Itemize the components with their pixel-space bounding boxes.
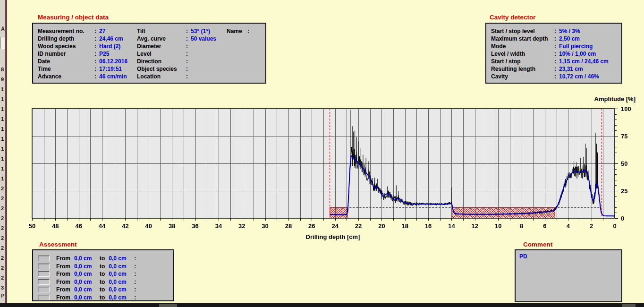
row-label: Level / width bbox=[491, 50, 554, 58]
strip-row-number: 1 bbox=[1, 86, 5, 92]
row-value: 23,31 cm bbox=[559, 65, 583, 73]
row-value: 50 values bbox=[191, 35, 216, 43]
row-colon: : bbox=[554, 58, 559, 65]
row-label: Wood species bbox=[38, 43, 94, 50]
measuring-left-column: Measurement no.:27Drilling depth:24,46 c… bbox=[38, 27, 127, 80]
row-value: Full piercing bbox=[559, 43, 593, 50]
data-row: Level: bbox=[137, 50, 216, 58]
from-value[interactable]: 0,0 cm bbox=[74, 255, 96, 262]
row-colon: : bbox=[186, 73, 191, 80]
row-value: 5% / 3% bbox=[559, 27, 580, 35]
measuring-data-panel: Measurement no.:27Drilling depth:24,46 c… bbox=[32, 23, 266, 84]
assessment-title: Assessment bbox=[39, 241, 77, 248]
cavity-detector-panel: Start / stop level:5% / 3%Maximum start … bbox=[485, 23, 622, 84]
row-label: Measurement no. bbox=[38, 27, 94, 35]
data-row: Resulting length:23,31 cm bbox=[491, 65, 609, 73]
from-label: From bbox=[56, 271, 70, 277]
row-label: Maximum start depth bbox=[491, 35, 554, 43]
data-row: Tilt:53° (1°) bbox=[137, 27, 216, 35]
row-label: Diameter bbox=[137, 43, 186, 50]
from-label: From bbox=[56, 279, 70, 285]
data-row: Cavity:10,72 cm / 46% bbox=[491, 73, 609, 80]
name-row: Name : bbox=[227, 27, 249, 35]
assessment-checkbox[interactable] bbox=[38, 256, 50, 261]
data-row: Wood species:Hard (2) bbox=[38, 43, 127, 50]
row-label: Location bbox=[137, 73, 186, 80]
data-row: Measurement no.:27 bbox=[38, 27, 127, 35]
comment-text[interactable]: PD bbox=[519, 253, 527, 260]
to-value[interactable]: 0,0 cm bbox=[109, 279, 130, 285]
row-colon: : bbox=[554, 65, 559, 73]
assessment-row: From0,0 cmto0,0 cm: bbox=[38, 255, 140, 263]
row-colon: : bbox=[186, 58, 191, 65]
assessment-checkbox[interactable] bbox=[38, 287, 50, 292]
row-value: 10% / 1,00 cm bbox=[559, 50, 596, 58]
from-value[interactable]: 0,0 cm bbox=[74, 294, 96, 301]
to-value[interactable]: 0,0 cm bbox=[109, 294, 130, 301]
row-colon: : bbox=[94, 35, 99, 43]
strip-row-number: 1 bbox=[1, 176, 5, 181]
window-border bbox=[5, 0, 7, 307]
row-colon: : bbox=[554, 43, 559, 50]
to-label: to bbox=[100, 263, 105, 270]
row-colon: : bbox=[186, 27, 191, 35]
to-value[interactable]: 0,0 cm bbox=[109, 255, 130, 262]
to-label: to bbox=[100, 294, 105, 301]
assessment-panel: From0,0 cmto0,0 cm:From0,0 cmto0,0 cm:Fr… bbox=[32, 249, 174, 301]
strip-row-number: 1 bbox=[1, 116, 5, 122]
from-value[interactable]: 0,0 cm bbox=[74, 263, 96, 270]
data-row: Drilling depth:24,46 cm bbox=[38, 35, 127, 43]
data-row: Time:17:19:51 bbox=[38, 65, 127, 73]
row-label: Level bbox=[137, 50, 186, 58]
from-value[interactable]: 0,0 cm bbox=[74, 279, 96, 285]
row-colon: : bbox=[134, 294, 136, 301]
to-value[interactable]: 0,0 cm bbox=[109, 263, 130, 270]
row-label: ID number bbox=[38, 50, 94, 58]
row-colon: : bbox=[554, 73, 559, 80]
data-row: Location: bbox=[137, 73, 216, 80]
data-row: Start / stop:1,15 cm / 24,46 cm bbox=[491, 58, 609, 65]
row-value: 27 bbox=[99, 27, 105, 35]
row-label: Drilling depth bbox=[38, 35, 94, 43]
strip-row-number: 1 bbox=[1, 126, 5, 132]
assessment-checkbox[interactable] bbox=[38, 279, 50, 285]
row-label: Advance bbox=[38, 73, 94, 80]
row-colon: : bbox=[186, 65, 191, 73]
strip-row-number: 1 bbox=[1, 136, 5, 142]
row-colon: : bbox=[94, 65, 99, 73]
y-axis-title: Amplitude [%] bbox=[567, 95, 636, 102]
name-label: Name bbox=[227, 27, 247, 35]
from-value[interactable]: 0,0 cm bbox=[74, 286, 96, 293]
cavity-detector-title: Cavity detector bbox=[490, 14, 536, 21]
row-colon: : bbox=[186, 35, 191, 43]
row-colon: : bbox=[186, 50, 191, 58]
assessment-checkbox[interactable] bbox=[38, 295, 50, 300]
data-row: Avg. curve:50 values bbox=[137, 35, 216, 43]
cavity-rows: Start / stop level:5% / 3%Maximum start … bbox=[491, 27, 609, 80]
data-row: Date:06.12.2016 bbox=[38, 58, 127, 65]
to-value[interactable]: 0,0 cm bbox=[109, 286, 130, 293]
row-value: 2,50 cm bbox=[559, 35, 580, 43]
strip-row-number: 1 bbox=[1, 106, 5, 112]
from-value[interactable]: 0,0 cm bbox=[74, 271, 96, 277]
assessment-checkbox[interactable] bbox=[38, 271, 50, 277]
assessment-checkbox[interactable] bbox=[38, 264, 50, 269]
row-colon: : bbox=[134, 279, 136, 285]
row-colon: : bbox=[554, 50, 559, 58]
from-label: From bbox=[56, 286, 70, 293]
strip-top-label: Á bbox=[1, 26, 5, 32]
to-value[interactable]: 0,0 cm bbox=[109, 271, 130, 277]
assessment-rows: From0,0 cmto0,0 cm:From0,0 cmto0,0 cm:Fr… bbox=[38, 255, 140, 301]
assessment-row: From0,0 cmto0,0 cm: bbox=[38, 286, 140, 294]
row-colon: : bbox=[94, 73, 99, 80]
data-row: Advance:46 cm/min bbox=[38, 73, 127, 80]
row-colon: : bbox=[94, 58, 99, 65]
row-label: Cavity bbox=[491, 73, 554, 80]
row-label: Direction bbox=[137, 58, 186, 65]
row-label: Start / stop bbox=[491, 58, 554, 65]
bottom-bar-clock-area bbox=[622, 304, 636, 307]
comment-panel[interactable]: PD bbox=[515, 249, 622, 302]
row-label: Start / stop level bbox=[491, 27, 554, 35]
strip-row-number: 2 bbox=[1, 255, 5, 261]
strip-row-number: 3 bbox=[1, 285, 5, 290]
